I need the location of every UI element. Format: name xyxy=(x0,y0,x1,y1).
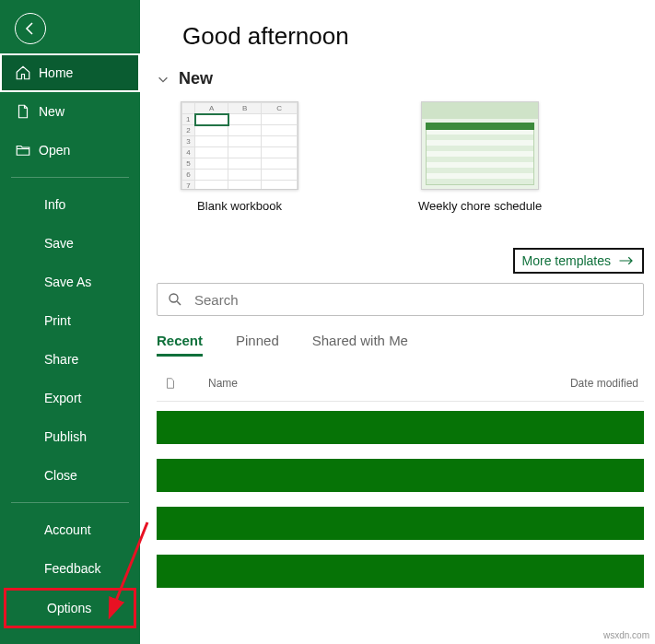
sidebar-item-publish[interactable]: Publish xyxy=(0,417,140,456)
recent-row-redacted[interactable] xyxy=(157,411,644,444)
sidebar-item-new[interactable]: New xyxy=(0,92,140,131)
sidebar-item-label: Publish xyxy=(44,429,87,444)
sidebar-divider xyxy=(11,177,129,178)
sidebar-item-label: Open xyxy=(39,143,70,158)
column-name[interactable]: Name xyxy=(208,377,570,390)
sidebar-item-print[interactable]: Print xyxy=(0,301,140,340)
more-templates-link[interactable]: More templates xyxy=(513,248,644,274)
template-thumbnail: ABC 1 2 3 4 5 6 7 xyxy=(181,101,298,190)
file-icon xyxy=(164,375,177,392)
sidebar-item-label: Account xyxy=(44,522,91,537)
open-icon xyxy=(15,142,31,158)
link-label: More templates xyxy=(522,253,611,268)
tab-shared[interactable]: Shared with Me xyxy=(312,333,408,357)
sidebar-item-label: New xyxy=(39,104,64,119)
recent-rows xyxy=(157,411,644,588)
sidebar-item-label: Print xyxy=(44,313,71,328)
sidebar-item-label: Close xyxy=(44,468,77,483)
search-icon xyxy=(167,291,183,308)
recent-row-redacted[interactable] xyxy=(157,555,644,588)
sidebar-item-home[interactable]: Home xyxy=(0,53,140,92)
templates-row: ABC 1 2 3 4 5 6 7 Blank workbook Weekly … xyxy=(157,101,644,213)
template-weekly-chore[interactable]: Weekly chore schedule xyxy=(418,101,542,213)
sidebar-item-close[interactable]: Close xyxy=(0,456,140,495)
page-title: Good afternoon xyxy=(182,22,644,51)
sidebar-item-label: Feedback xyxy=(44,561,100,576)
back-button[interactable] xyxy=(15,13,46,44)
search-input[interactable] xyxy=(194,292,634,308)
chevron-down-icon xyxy=(157,73,170,86)
tab-pinned[interactable]: Pinned xyxy=(236,333,279,357)
sidebar-item-info[interactable]: Info xyxy=(0,185,140,224)
sidebar-item-label: Save As xyxy=(44,275,91,289)
section-label: New xyxy=(179,69,213,88)
watermark: wsxdn.com xyxy=(603,630,649,640)
sidebar-item-options[interactable]: Options xyxy=(4,588,136,628)
sidebar-item-account[interactable]: Account xyxy=(0,510,140,549)
tab-recent[interactable]: Recent xyxy=(157,333,203,357)
new-section-header[interactable]: New xyxy=(157,69,644,88)
recent-row-redacted[interactable] xyxy=(157,459,644,492)
template-thumbnail xyxy=(421,101,539,190)
recent-tabs: Recent Pinned Shared with Me xyxy=(157,333,644,357)
sidebar-item-share[interactable]: Share xyxy=(0,340,140,379)
sidebar-divider xyxy=(11,502,129,503)
backstage-sidebar: Home New Open Info Save Save As Print Sh… xyxy=(0,0,140,644)
sidebar-item-open[interactable]: Open xyxy=(0,131,140,170)
sidebar-item-save-as[interactable]: Save As xyxy=(0,263,140,301)
sidebar-item-label: Share xyxy=(44,352,78,367)
sidebar-item-label: Options xyxy=(47,601,91,615)
sidebar-item-save[interactable]: Save xyxy=(0,224,140,263)
sidebar-item-label: Save xyxy=(44,236,74,251)
recent-table-header: Name Date modified xyxy=(157,362,644,402)
sidebar-item-feedback[interactable]: Feedback xyxy=(0,549,140,588)
home-icon xyxy=(15,64,31,81)
template-label: Blank workbook xyxy=(197,199,282,213)
template-label: Weekly chore schedule xyxy=(418,199,542,213)
sidebar-item-export[interactable]: Export xyxy=(0,379,140,417)
sidebar-item-label: Home xyxy=(39,65,73,80)
arrow-right-icon xyxy=(618,255,635,266)
sidebar-item-label: Export xyxy=(44,391,81,405)
column-date-modified[interactable]: Date modified xyxy=(570,377,638,390)
main-content: Good afternoon New ABC 1 2 3 4 5 6 7 Bla… xyxy=(140,0,655,644)
sidebar-item-label: Info xyxy=(44,197,65,212)
arrow-left-icon xyxy=(23,21,38,36)
search-box[interactable] xyxy=(157,283,644,316)
template-blank-workbook[interactable]: ABC 1 2 3 4 5 6 7 Blank workbook xyxy=(181,101,298,213)
recent-row-redacted[interactable] xyxy=(157,507,644,540)
svg-point-0 xyxy=(170,294,178,302)
new-icon xyxy=(15,103,31,120)
